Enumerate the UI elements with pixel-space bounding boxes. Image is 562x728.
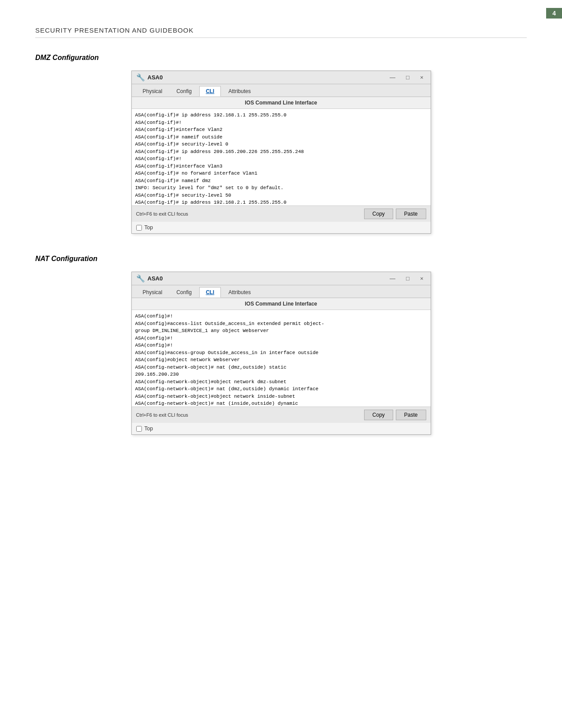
dmz-tab-attributes[interactable]: Attributes: [222, 86, 257, 97]
nat-tab-bar: Physical Config CLI Attributes: [132, 285, 431, 298]
nat-tab-cli[interactable]: CLI: [199, 287, 221, 298]
nat-top-label: Top: [145, 426, 153, 432]
nat-close-btn[interactable]: ×: [417, 274, 426, 283]
nat-title-left: 🔧 ASA0: [136, 274, 163, 283]
nat-copy-btn[interactable]: Copy: [364, 410, 393, 420]
nat-exit-hint: Ctrl+F6 to exit CLI focus: [136, 412, 188, 418]
nat-cli-output[interactable]: ASA(config)#! ASA(config)#access-list Ou…: [132, 310, 431, 407]
nat-window-bottom: Ctrl+F6 to exit CLI focus Copy Paste: [132, 407, 431, 423]
nat-paste-btn[interactable]: Paste: [396, 410, 426, 420]
nat-button-group: Copy Paste: [364, 410, 426, 420]
dmz-tab-config[interactable]: Config: [170, 86, 198, 97]
dmz-section-title: DMZ Configuration: [35, 54, 527, 62]
dmz-top-checkbox[interactable]: [136, 225, 142, 231]
dmz-paste-btn[interactable]: Paste: [396, 209, 426, 219]
nat-titlebar: 🔧 ASA0 — □ ×: [132, 272, 431, 285]
dmz-close-btn[interactable]: ×: [417, 73, 426, 82]
dmz-title-left: 🔧 ASA0: [136, 73, 163, 82]
dmz-minimize-btn[interactable]: —: [387, 73, 398, 82]
dmz-window: 🔧 ASA0 — □ × Physical Config CLI Attribu…: [131, 71, 431, 234]
dmz-tab-cli[interactable]: CLI: [199, 86, 221, 97]
dmz-tab-physical[interactable]: Physical: [136, 86, 169, 97]
dmz-restore-btn[interactable]: □: [403, 73, 412, 82]
dmz-tab-bar: Physical Config CLI Attributes: [132, 84, 431, 97]
nat-section-title: NAT Configuration: [35, 255, 527, 263]
asa-icon: 🔧: [136, 73, 145, 82]
dmz-section: DMZ Configuration 🔧 ASA0 — □ × Physical …: [35, 54, 527, 234]
page-number: 4: [546, 8, 562, 19]
dmz-window-bottom: Ctrl+F6 to exit CLI focus Copy Paste: [132, 206, 431, 222]
dmz-cli-label: IOS Command Line Interface: [132, 97, 431, 109]
dmz-window-controls: — □ ×: [387, 73, 426, 82]
nat-cli-label: IOS Command Line Interface: [132, 298, 431, 310]
nat-top-checkbox[interactable]: [136, 426, 142, 432]
nat-section: NAT Configuration 🔧 ASA0 — □ × Physical …: [35, 255, 527, 435]
dmz-copy-btn[interactable]: Copy: [364, 209, 393, 219]
nat-tab-config[interactable]: Config: [170, 287, 198, 298]
dmz-button-group: Copy Paste: [364, 209, 426, 219]
nat-restore-btn[interactable]: □: [403, 274, 412, 283]
dmz-top-area: Top: [132, 222, 431, 233]
nat-asa-icon: 🔧: [136, 274, 145, 283]
dmz-titlebar: 🔧 ASA0 — □ ×: [132, 71, 431, 84]
nat-minimize-btn[interactable]: —: [387, 274, 398, 283]
nat-top-area: Top: [132, 423, 431, 434]
dmz-top-label: Top: [145, 224, 153, 231]
nat-window: 🔧 ASA0 — □ × Physical Config CLI Attribu…: [131, 272, 431, 435]
nat-tab-physical[interactable]: Physical: [136, 287, 169, 298]
nat-tab-attributes[interactable]: Attributes: [222, 287, 257, 298]
dmz-cli-output[interactable]: ASA(config-if)# ip address 192.168.1.1 2…: [132, 109, 431, 206]
dmz-window-title: ASA0: [148, 74, 163, 81]
nat-window-controls: — □ ×: [387, 274, 426, 283]
dmz-exit-hint: Ctrl+F6 to exit CLI focus: [136, 211, 188, 217]
page-title: SECURITY PRESENTATION AND GUIDEBOOK: [35, 26, 527, 38]
nat-window-title: ASA0: [148, 275, 163, 282]
